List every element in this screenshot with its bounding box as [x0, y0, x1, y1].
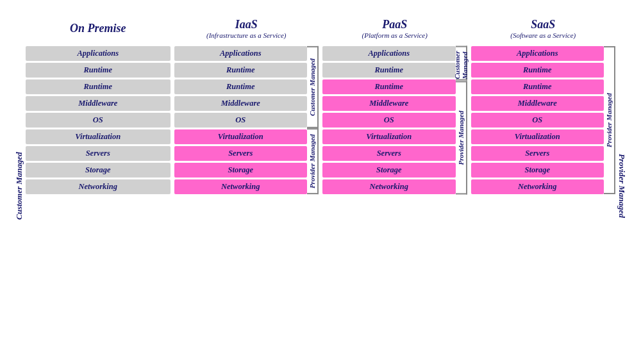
cell-iaas-5: Virtualization [174, 129, 308, 144]
right-provider-managed-label: Provider Managed [615, 14, 628, 358]
provider-label-paas: Provider Managed [456, 81, 467, 194]
col-title-iaas: IaaS [235, 18, 258, 31]
cell-saas-6: Servers [471, 146, 604, 161]
cell-paas-6: Servers [322, 146, 456, 161]
col-title-on-premise: On Premise [70, 22, 126, 35]
cell-on-premise-8: Networking [26, 179, 171, 194]
cell-iaas-0: Applications [174, 46, 308, 61]
cell-iaas-1: Runtime [174, 63, 308, 78]
cell-saas-3: Middleware [471, 96, 604, 111]
col-title-saas: SaaS [531, 18, 555, 31]
column-header-paas: PaaS(Platform as a Service) [322, 14, 467, 42]
columns-area: On PremiseApplicationsRuntimeRuntimeMidd… [26, 14, 615, 358]
cell-saas-0: Applications [471, 46, 604, 61]
customer-label-iaas: Customer Managed [307, 46, 319, 128]
cell-paas-7: Storage [322, 163, 456, 178]
column-header-saas: SaaS(Software as a Service) [471, 14, 616, 42]
cell-on-premise-4: OS [26, 113, 171, 128]
cell-on-premise-2: Runtime [26, 79, 171, 94]
col-subtitle-iaas: (Infrastructure as a Service) [206, 31, 287, 39]
stack-saas: ApplicationsRuntimeRuntimeMiddlewareOSVi… [471, 46, 604, 194]
cell-paas-1: Runtime [322, 63, 456, 78]
cell-saas-7: Storage [471, 163, 604, 178]
col-subtitle-saas: (Software as a Service) [510, 31, 576, 39]
col-subtitle-paas: (Platform as a Service) [362, 31, 428, 39]
provider-label-iaas: Provider Managed [307, 128, 319, 194]
cell-paas-5: Virtualization [322, 129, 456, 144]
column-header-iaas: IaaS(Infrastructure as a Service) [174, 14, 319, 42]
cell-saas-1: Runtime [471, 63, 604, 78]
column-wrapper-paas: PaaS(Platform as a Service)ApplicationsR… [322, 14, 467, 194]
cell-iaas-8: Networking [174, 179, 308, 194]
cell-saas-8: Networking [471, 179, 604, 194]
cell-saas-5: Virtualization [471, 129, 604, 144]
cell-paas-8: Networking [322, 179, 456, 194]
cell-on-premise-0: Applications [26, 46, 171, 61]
stack-iaas: ApplicationsRuntimeRuntimeMiddlewareOSVi… [174, 46, 308, 194]
column-header-on-premise: On Premise [26, 14, 171, 42]
cell-on-premise-7: Storage [26, 163, 171, 178]
column-wrapper-iaas: IaaS(Infrastructure as a Service)Applica… [174, 14, 319, 194]
cell-iaas-3: Middleware [174, 96, 308, 111]
cell-paas-3: Middleware [322, 96, 456, 111]
cell-paas-0: Applications [322, 46, 456, 61]
column-wrapper-saas: SaaS(Software as a Service)ApplicationsR… [471, 14, 616, 194]
cell-on-premise-1: Runtime [26, 63, 171, 78]
cell-on-premise-3: Middleware [26, 96, 171, 111]
cell-iaas-7: Storage [174, 163, 308, 178]
provider-label-saas: Provider Managed [604, 46, 615, 194]
cell-iaas-6: Servers [174, 146, 308, 161]
cell-on-premise-5: Virtualization [26, 129, 171, 144]
cell-saas-4: OS [471, 113, 604, 128]
cell-paas-2: Runtime [322, 79, 456, 94]
content-area: Customer Managed On PremiseApplicationsR… [13, 14, 628, 358]
cell-paas-4: OS [322, 113, 456, 128]
column-wrapper-on-premise: On PremiseApplicationsRuntimeRuntimeMidd… [26, 14, 171, 194]
cell-saas-2: Runtime [471, 79, 604, 94]
cell-on-premise-6: Servers [26, 146, 171, 161]
left-customer-managed-label: Customer Managed [13, 14, 26, 358]
customer-label-paas: Customer Managed [456, 46, 467, 81]
cell-iaas-2: Runtime [174, 79, 308, 94]
stack-paas: ApplicationsRuntimeRuntimeMiddlewareOSVi… [322, 46, 456, 194]
col-title-paas: PaaS [382, 18, 407, 31]
stack-on-premise: ApplicationsRuntimeRuntimeMiddlewareOSVi… [26, 46, 171, 194]
cell-iaas-4: OS [174, 113, 308, 128]
